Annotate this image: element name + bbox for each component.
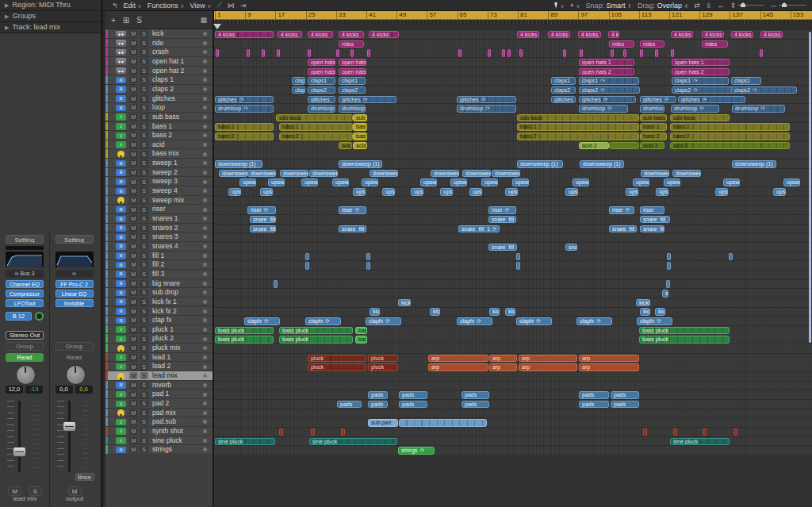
region-4-kicks[interactable]: 4 kicks [702, 31, 724, 39]
mute-button[interactable]: M [129, 336, 138, 343]
region-arp[interactable]: arp [519, 363, 577, 371]
region-upsw[interactable]: upsw [239, 179, 256, 186]
back-arrow-icon[interactable]: ↰ [112, 2, 118, 10]
region-blip[interactable] [308, 49, 311, 57]
playhead[interactable] [213, 24, 221, 29]
mute-button[interactable]: M [129, 215, 138, 222]
region-4-kicks[interactable]: 4 kicks [339, 31, 364, 39]
region-arp[interactable]: arp [519, 355, 577, 363]
region-downswee[interactable]: downswee [641, 170, 669, 178]
track-row-snares-2[interactable]: ≋MSsnares 2 [105, 224, 213, 233]
region-upsw[interactable]: upsw [723, 179, 740, 186]
mute-button[interactable]: M [129, 86, 138, 93]
region-pluck[interactable]: pluck [368, 363, 398, 371]
solo-button[interactable]: S [140, 271, 148, 278]
pan-knob[interactable] [16, 365, 36, 385]
track-inspector-header[interactable]: ▶Track: lead mix [0, 22, 101, 33]
region-rides[interactable]: rides [339, 40, 364, 48]
mute-button[interactable]: M [129, 197, 138, 204]
region-4-kicks[interactable]: 4 kicks [731, 31, 753, 39]
region-pads[interactable]: pads [579, 391, 609, 399]
record-enable-dot[interactable] [203, 50, 207, 54]
region-upsw[interactable]: upsw [512, 179, 529, 186]
mute-button[interactable]: M [129, 141, 138, 148]
track-row-sub-drop[interactable]: ≋MSsub drop [105, 288, 213, 298]
track-row-snares-4[interactable]: ≋MSsnares 4 [105, 242, 213, 252]
record-enable-dot[interactable] [203, 32, 207, 36]
region-4-kicks[interactable]: 4 kicks [578, 31, 601, 39]
output-button[interactable]: Stereo Out [6, 331, 44, 340]
track-row-open-hat-2[interactable]: MSopen hat 2 [105, 67, 213, 76]
record-enable-dot[interactable] [203, 87, 207, 91]
region-blip[interactable] [733, 428, 737, 436]
plugin-slot[interactable]: Channel EQ [6, 280, 44, 288]
region-pads[interactable]: pads [579, 401, 609, 409]
region-acid-2[interactable]: acid 2 [670, 142, 790, 150]
region-claps1[interactable]: claps1 [339, 77, 366, 85]
region-acid-2[interactable]: acid 2 [579, 142, 609, 150]
solo-button[interactable]: S [140, 326, 148, 333]
track-row-big-snare[interactable]: ≋MSbig snare [105, 279, 213, 289]
region-sub-bass[interactable]: sub bass [670, 114, 730, 122]
region-4-kicks[interactable]: 4 kicks [278, 31, 302, 39]
pointer-tool-button[interactable]: ∨ [555, 2, 565, 10]
region-blip[interactable] [666, 280, 670, 288]
track-row-loop[interactable]: ≋MSloop [105, 103, 213, 113]
track-row-sweep-1[interactable]: ≋MSsweep 1 [105, 159, 213, 168]
record-enable-dot[interactable] [203, 346, 207, 350]
track-row-pluck-1[interactable]: ♪MSpluck 1 [105, 325, 213, 335]
solo-button[interactable]: S [140, 159, 148, 167]
region-kic[interactable]: kic [430, 308, 440, 316]
track-row-ride[interactable]: MSride [105, 39, 213, 48]
region-ups[interactable]: ups [626, 188, 638, 196]
record-enable-dot[interactable] [203, 125, 207, 129]
mute-button[interactable]: M [129, 363, 138, 371]
region-4-kicks[interactable]: 4 kicks [517, 31, 539, 39]
record-enable-dot[interactable] [203, 290, 207, 294]
region-blip[interactable] [519, 49, 523, 57]
region-claps2[interactable]: claps2 [551, 86, 576, 94]
track-row-pluck-mix[interactable]: MSpluck mix [105, 344, 213, 353]
solo-button[interactable]: S [140, 437, 148, 444]
solo-button[interactable]: S [140, 151, 148, 158]
region-blip[interactable] [655, 49, 658, 57]
solo-button[interactable]: S [140, 141, 148, 148]
track-row-open-hat-1[interactable]: MSopen hat 1 [105, 57, 213, 67]
mute-button[interactable]: M [129, 326, 138, 333]
mute-button[interactable]: M [129, 409, 138, 417]
view-menu[interactable]: View ∨ [190, 2, 211, 10]
mute-button[interactable]: M [129, 261, 138, 268]
volume-value[interactable]: 12,0 [6, 386, 23, 394]
solo-button[interactable]: S [140, 336, 148, 343]
region-snare-fill-[interactable]: snare_fill_ [250, 225, 276, 233]
region-blip[interactable] [563, 49, 566, 57]
region-open-hats[interactable]: open hats [308, 59, 335, 67]
region-blip[interactable] [305, 253, 309, 261]
mute-button[interactable]: M [129, 400, 138, 407]
region-downsweep-1-[interactable]: downsweep (1) [732, 160, 776, 168]
region-sub-bass[interactable]: sub bass [640, 114, 667, 122]
region-bass-pluck[interactable]: bass pluck [215, 336, 274, 344]
solo-button[interactable]: S [140, 308, 148, 315]
region-riser[interactable]: riser⟳ [339, 206, 366, 214]
record-enable-dot[interactable] [203, 374, 207, 378]
solo-button[interactable]: S [140, 86, 148, 93]
region-clapfx[interactable]: clapfx⟳ [516, 317, 552, 325]
mute-button[interactable]: M [129, 233, 138, 240]
solo-button[interactable]: S [140, 67, 148, 75]
eq-thumbnail[interactable] [56, 252, 94, 267]
solo-button[interactable]: S [140, 233, 148, 240]
functions-menu[interactable]: Functions ∨ [147, 2, 185, 10]
region-bass-1[interactable]: bass 1 [640, 123, 667, 131]
region-arp[interactable]: arp [428, 355, 488, 363]
region-arp[interactable]: arp [579, 363, 639, 371]
track-row-claps-1[interactable]: ≋MSclaps 1 [105, 75, 213, 85]
region-blip[interactable] [623, 49, 626, 57]
region-open-hats-1[interactable]: open hats 1 [579, 59, 634, 67]
region-sine-pluck[interactable]: sine pluck [215, 438, 275, 446]
mute-button[interactable]: M [129, 113, 138, 121]
track-row-sub-bass[interactable]: ♪MSsub bass [105, 113, 213, 122]
region-kic[interactable]: kic [370, 308, 380, 316]
pan-knob[interactable] [66, 365, 86, 385]
region-downsweep-1-[interactable]: downsweep (1) [517, 160, 563, 168]
